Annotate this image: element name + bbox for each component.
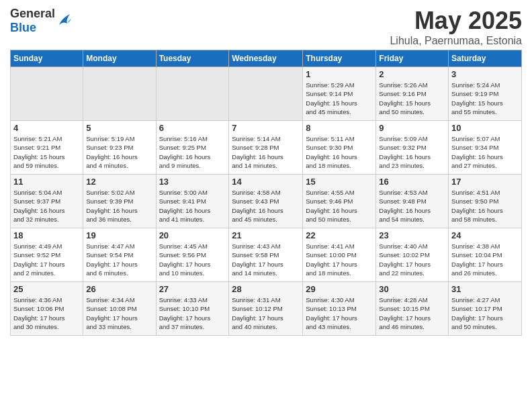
day-number-2-0: 11	[13, 177, 80, 187]
day-info-3-1: Sunrise: 4:47 AM Sunset: 9:54 PM Dayligh…	[86, 242, 152, 277]
day-cell-4-4: 29Sunrise: 4:30 AM Sunset: 10:13 PM Dayl…	[303, 282, 376, 336]
day-cell-4-0: 25Sunrise: 4:36 AM Sunset: 10:06 PM Dayl…	[11, 282, 83, 336]
day-info-1-3: Sunrise: 5:14 AM Sunset: 9:28 PM Dayligh…	[232, 134, 300, 170]
week-row-1: 4Sunrise: 5:21 AM Sunset: 9:21 PM Daylig…	[11, 121, 522, 175]
day-number-1-5: 9	[379, 123, 445, 133]
day-cell-0-2	[156, 67, 229, 121]
day-number-2-3: 14	[232, 177, 300, 187]
day-info-2-5: Sunrise: 4:53 AM Sunset: 9:48 PM Dayligh…	[379, 188, 445, 224]
calendar-header-row: Sunday Monday Tuesday Wednesday Thursday…	[11, 50, 522, 67]
day-info-1-6: Sunrise: 5:07 AM Sunset: 9:34 PM Dayligh…	[451, 134, 519, 170]
logo-blue-text: Blue	[10, 21, 55, 35]
week-row-2: 11Sunrise: 5:04 AM Sunset: 9:37 PM Dayli…	[11, 175, 522, 228]
day-info-0-6: Sunrise: 5:24 AM Sunset: 9:19 PM Dayligh…	[451, 81, 519, 116]
day-number-0-4: 1	[306, 69, 373, 79]
day-info-4-1: Sunrise: 4:34 AM Sunset: 10:08 PM Daylig…	[86, 295, 152, 331]
day-number-4-5: 30	[379, 284, 445, 294]
day-cell-1-5: 9Sunrise: 5:09 AM Sunset: 9:32 PM Daylig…	[376, 121, 449, 175]
day-number-2-2: 13	[159, 177, 226, 187]
day-number-2-4: 15	[306, 177, 373, 187]
day-info-3-6: Sunrise: 4:38 AM Sunset: 10:04 PM Daylig…	[451, 242, 519, 277]
day-info-4-5: Sunrise: 4:28 AM Sunset: 10:15 PM Daylig…	[379, 295, 445, 331]
header-friday: Friday	[376, 50, 449, 67]
day-cell-4-3: 28Sunrise: 4:31 AM Sunset: 10:12 PM Dayl…	[229, 282, 303, 336]
title-block: May 2025 Lihula, Paernumaa, Estonia	[390, 7, 522, 47]
day-cell-2-5: 16Sunrise: 4:53 AM Sunset: 9:48 PM Dayli…	[376, 175, 449, 228]
day-cell-4-2: 27Sunrise: 4:33 AM Sunset: 10:10 PM Dayl…	[156, 282, 229, 336]
day-info-1-0: Sunrise: 5:21 AM Sunset: 9:21 PM Dayligh…	[13, 134, 80, 170]
day-number-4-2: 27	[159, 284, 226, 294]
day-number-4-6: 31	[451, 284, 519, 294]
day-cell-1-6: 10Sunrise: 5:07 AM Sunset: 9:34 PM Dayli…	[449, 121, 522, 175]
day-info-0-5: Sunrise: 5:26 AM Sunset: 9:16 PM Dayligh…	[379, 81, 445, 116]
day-cell-4-6: 31Sunrise: 4:27 AM Sunset: 10:17 PM Dayl…	[449, 282, 522, 336]
day-info-1-4: Sunrise: 5:11 AM Sunset: 9:30 PM Dayligh…	[306, 134, 373, 170]
day-cell-3-2: 20Sunrise: 4:45 AM Sunset: 9:56 PM Dayli…	[156, 228, 229, 282]
day-info-2-1: Sunrise: 5:02 AM Sunset: 9:39 PM Dayligh…	[86, 188, 152, 224]
day-number-1-6: 10	[451, 123, 519, 133]
day-number-3-2: 20	[159, 230, 226, 240]
location-subtitle: Lihula, Paernumaa, Estonia	[390, 35, 522, 47]
day-cell-3-5: 23Sunrise: 4:40 AM Sunset: 10:02 PM Dayl…	[376, 228, 449, 282]
day-number-0-6: 3	[451, 69, 519, 79]
day-info-4-2: Sunrise: 4:33 AM Sunset: 10:10 PM Daylig…	[159, 295, 226, 331]
day-cell-0-5: 2Sunrise: 5:26 AM Sunset: 9:16 PM Daylig…	[376, 67, 449, 121]
day-number-3-0: 18	[13, 230, 80, 240]
logo-general-text: General	[10, 7, 55, 21]
day-info-1-5: Sunrise: 5:09 AM Sunset: 9:32 PM Dayligh…	[379, 134, 445, 170]
day-cell-1-3: 7Sunrise: 5:14 AM Sunset: 9:28 PM Daylig…	[229, 121, 303, 175]
day-cell-0-0	[11, 67, 83, 121]
header-monday: Monday	[83, 50, 156, 67]
day-number-4-4: 29	[306, 284, 373, 294]
day-cell-3-0: 18Sunrise: 4:49 AM Sunset: 9:52 PM Dayli…	[11, 228, 83, 282]
day-info-3-4: Sunrise: 4:41 AM Sunset: 10:00 PM Daylig…	[306, 242, 373, 277]
day-number-4-3: 28	[232, 284, 300, 294]
day-number-3-5: 23	[379, 230, 445, 240]
day-cell-1-2: 6Sunrise: 5:16 AM Sunset: 9:25 PM Daylig…	[156, 121, 229, 175]
day-number-1-4: 8	[306, 123, 373, 133]
day-number-1-0: 4	[13, 123, 80, 133]
day-info-3-0: Sunrise: 4:49 AM Sunset: 9:52 PM Dayligh…	[13, 242, 80, 277]
day-cell-4-5: 30Sunrise: 4:28 AM Sunset: 10:15 PM Dayl…	[376, 282, 449, 336]
day-cell-0-1	[83, 67, 156, 121]
day-number-2-6: 17	[451, 177, 519, 187]
month-year-title: May 2025	[390, 7, 522, 35]
day-info-4-4: Sunrise: 4:30 AM Sunset: 10:13 PM Daylig…	[306, 295, 373, 331]
day-info-4-3: Sunrise: 4:31 AM Sunset: 10:12 PM Daylig…	[232, 295, 300, 331]
day-cell-2-1: 12Sunrise: 5:02 AM Sunset: 9:39 PM Dayli…	[83, 175, 156, 228]
day-cell-2-3: 14Sunrise: 4:58 AM Sunset: 9:43 PM Dayli…	[229, 175, 303, 228]
header-saturday: Saturday	[449, 50, 522, 67]
day-info-4-6: Sunrise: 4:27 AM Sunset: 10:17 PM Daylig…	[451, 295, 519, 331]
day-cell-2-6: 17Sunrise: 4:51 AM Sunset: 9:50 PM Dayli…	[449, 175, 522, 228]
header-thursday: Thursday	[303, 50, 376, 67]
day-cell-1-1: 5Sunrise: 5:19 AM Sunset: 9:23 PM Daylig…	[83, 121, 156, 175]
day-cell-0-3	[229, 67, 303, 121]
calendar-table: Sunday Monday Tuesday Wednesday Thursday…	[10, 50, 522, 336]
day-info-2-6: Sunrise: 4:51 AM Sunset: 9:50 PM Dayligh…	[451, 188, 519, 224]
day-info-2-0: Sunrise: 5:04 AM Sunset: 9:37 PM Dayligh…	[13, 188, 80, 224]
day-cell-0-6: 3Sunrise: 5:24 AM Sunset: 9:19 PM Daylig…	[449, 67, 522, 121]
day-info-3-3: Sunrise: 4:43 AM Sunset: 9:58 PM Dayligh…	[232, 242, 300, 277]
day-info-3-5: Sunrise: 4:40 AM Sunset: 10:02 PM Daylig…	[379, 242, 445, 277]
day-info-3-2: Sunrise: 4:45 AM Sunset: 9:56 PM Dayligh…	[159, 242, 226, 277]
day-number-2-1: 12	[86, 177, 152, 187]
day-cell-4-1: 26Sunrise: 4:34 AM Sunset: 10:08 PM Dayl…	[83, 282, 156, 336]
day-cell-2-4: 15Sunrise: 4:55 AM Sunset: 9:46 PM Dayli…	[303, 175, 376, 228]
day-info-0-4: Sunrise: 5:29 AM Sunset: 9:14 PM Dayligh…	[306, 81, 373, 116]
logo: General Blue	[10, 7, 73, 35]
day-info-1-2: Sunrise: 5:16 AM Sunset: 9:25 PM Dayligh…	[159, 134, 226, 170]
day-cell-2-0: 11Sunrise: 5:04 AM Sunset: 9:37 PM Dayli…	[11, 175, 83, 228]
header-sunday: Sunday	[11, 50, 83, 67]
week-row-3: 18Sunrise: 4:49 AM Sunset: 9:52 PM Dayli…	[11, 228, 522, 282]
day-number-1-3: 7	[232, 123, 300, 133]
day-number-1-2: 6	[159, 123, 226, 133]
day-number-3-6: 24	[451, 230, 519, 240]
day-cell-1-0: 4Sunrise: 5:21 AM Sunset: 9:21 PM Daylig…	[11, 121, 83, 175]
day-cell-0-4: 1Sunrise: 5:29 AM Sunset: 9:14 PM Daylig…	[303, 67, 376, 121]
week-row-4: 25Sunrise: 4:36 AM Sunset: 10:06 PM Dayl…	[11, 282, 522, 336]
day-number-4-0: 25	[13, 284, 80, 294]
day-info-2-2: Sunrise: 5:00 AM Sunset: 9:41 PM Dayligh…	[159, 188, 226, 224]
day-number-3-3: 21	[232, 230, 300, 240]
header-wednesday: Wednesday	[229, 50, 303, 67]
week-row-0: 1Sunrise: 5:29 AM Sunset: 9:14 PM Daylig…	[11, 67, 522, 121]
